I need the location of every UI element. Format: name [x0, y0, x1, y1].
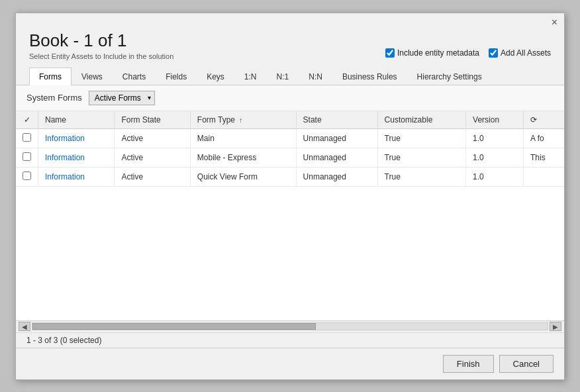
scroll-left-button[interactable]: ◀	[19, 322, 30, 331]
finish-button[interactable]: Finish	[443, 355, 494, 373]
status-bar: 1 - 3 of 3 (0 selected)	[16, 332, 564, 348]
add-all-assets-checkbox[interactable]	[489, 48, 498, 58]
col-name[interactable]: Name	[38, 111, 115, 129]
dialog-footer: Finish Cancel	[16, 348, 564, 379]
tab-charts[interactable]: Charts	[113, 68, 156, 85]
horizontal-scrollbar: ◀ ▶	[16, 320, 564, 332]
tab-hierarchy-settings[interactable]: Hierarchy Settings	[407, 68, 492, 85]
row-customizable: True	[377, 167, 465, 186]
close-button[interactable]: ×	[550, 17, 559, 28]
col-form-type[interactable]: Form Type ↑	[190, 111, 296, 129]
content-area: System Forms Active Forms ✓ Name Form St…	[16, 85, 564, 348]
tabs-bar: Forms Views Charts Fields Keys 1:N N:1 N…	[16, 67, 564, 85]
table-header-row: ✓ Name Form State Form Type ↑ State Cust…	[16, 111, 564, 129]
table-row: Information Active Quick View Form Unman…	[16, 167, 564, 186]
row-name-link[interactable]: Information	[45, 134, 85, 143]
active-forms-dropdown[interactable]: Active Forms	[89, 91, 155, 105]
row-version: 1.0	[466, 167, 524, 186]
row-checkbox[interactable]	[23, 133, 31, 142]
table-row: Information Active Mobile - Express Unma…	[16, 148, 564, 167]
col-extra: ⟳	[523, 111, 564, 129]
dialog-subtitle: Select Entity Assets to Include in the s…	[29, 52, 173, 60]
header-checkboxes: Include entity metadata Add All Assets	[385, 48, 551, 60]
row-name[interactable]: Information	[38, 167, 115, 186]
dialog-title-area: Book - 1 of 1 Select Entity Assets to In…	[29, 30, 173, 60]
add-all-assets-label[interactable]: Add All Assets	[489, 48, 551, 58]
row-extra	[523, 167, 564, 186]
row-extra: This	[523, 148, 564, 167]
include-entity-metadata-label[interactable]: Include entity metadata	[385, 48, 479, 58]
col-form-state[interactable]: Form State	[115, 111, 190, 129]
forms-table: ✓ Name Form State Form Type ↑ State Cust…	[16, 111, 564, 187]
tab-n1[interactable]: N:1	[267, 68, 299, 85]
table-row: Information Active Main Unmanaged True 1…	[16, 128, 564, 148]
row-version: 1.0	[466, 148, 524, 167]
row-name-link[interactable]: Information	[45, 153, 85, 162]
row-checkbox[interactable]	[23, 172, 31, 180]
cancel-button[interactable]: Cancel	[499, 355, 554, 373]
row-form-state: Active	[115, 128, 190, 148]
sort-asc-icon: ↑	[239, 117, 242, 124]
col-version[interactable]: Version	[466, 111, 524, 129]
include-entity-metadata-text: Include entity metadata	[397, 48, 479, 58]
row-checkbox-cell[interactable]	[16, 148, 38, 167]
col-customizable[interactable]: Customizable	[377, 111, 465, 129]
row-form-state: Active	[115, 167, 190, 186]
forms-header: System Forms Active Forms	[16, 85, 564, 111]
tab-fields[interactable]: Fields	[156, 68, 197, 85]
row-extra: A fo	[523, 128, 564, 148]
row-state: Unmanaged	[296, 148, 377, 167]
table-container: ✓ Name Form State Form Type ↑ State Cust…	[16, 111, 564, 320]
scroll-thumb[interactable]	[32, 323, 316, 330]
row-name[interactable]: Information	[38, 128, 115, 148]
row-checkbox[interactable]	[23, 152, 31, 161]
active-forms-dropdown-label: Active Forms	[95, 93, 141, 103]
row-state: Unmanaged	[296, 128, 377, 148]
row-name-link[interactable]: Information	[45, 172, 85, 181]
tab-views[interactable]: Views	[72, 68, 113, 85]
tab-keys[interactable]: Keys	[197, 68, 234, 85]
row-customizable: True	[377, 148, 465, 167]
dialog-header: Book - 1 of 1 Select Entity Assets to In…	[16, 28, 564, 67]
row-form-type: Main	[190, 128, 296, 148]
row-form-state: Active	[115, 148, 190, 167]
row-form-type: Mobile - Express	[190, 148, 296, 167]
tab-forms[interactable]: Forms	[29, 68, 72, 85]
add-all-assets-text: Add All Assets	[501, 48, 551, 58]
tab-nn[interactable]: N:N	[299, 68, 332, 85]
tab-business-rules[interactable]: Business Rules	[332, 68, 407, 85]
scroll-track[interactable]	[32, 322, 548, 330]
row-state: Unmanaged	[296, 167, 377, 186]
row-checkbox-cell[interactable]	[16, 128, 38, 148]
row-name[interactable]: Information	[38, 148, 115, 167]
dialog-titlebar: ×	[16, 13, 564, 28]
include-entity-metadata-checkbox[interactable]	[385, 48, 395, 58]
col-state[interactable]: State	[296, 111, 377, 129]
row-form-type: Quick View Form	[190, 167, 296, 186]
tab-1n[interactable]: 1:N	[234, 68, 267, 85]
dialog-title: Book - 1 of 1	[29, 30, 173, 51]
row-checkbox-cell[interactable]	[16, 167, 38, 186]
col-check[interactable]: ✓	[16, 111, 38, 129]
row-version: 1.0	[466, 128, 524, 148]
system-forms-label: System Forms	[26, 93, 82, 103]
scroll-right-button[interactable]: ▶	[550, 322, 561, 331]
row-customizable: True	[377, 128, 465, 148]
main-dialog: × Book - 1 of 1 Select Entity Assets to …	[15, 13, 565, 380]
